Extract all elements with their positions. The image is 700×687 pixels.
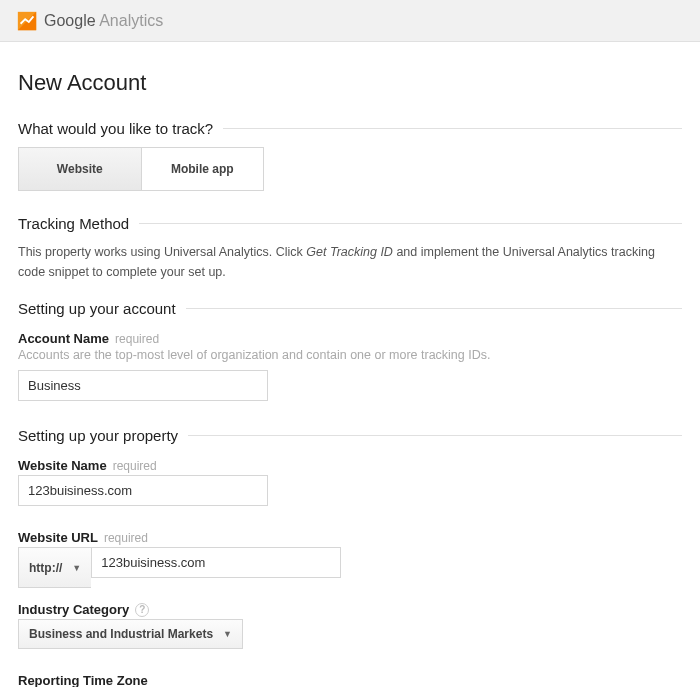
- chevron-down-icon: ▼: [223, 629, 232, 639]
- desc-em: Get Tracking ID: [306, 245, 393, 259]
- chevron-down-icon: ▼: [72, 563, 81, 573]
- section-setup-property: Setting up your property: [18, 427, 682, 444]
- analytics-logo-icon: [16, 10, 38, 32]
- brand-text: Google Analytics: [44, 12, 163, 30]
- divider: [188, 435, 682, 436]
- account-name-input[interactable]: [18, 370, 268, 401]
- label-text: Website URL: [18, 530, 98, 545]
- content: New Account What would you like to track…: [0, 42, 700, 687]
- divider: [223, 128, 682, 129]
- app-header: Google Analytics: [0, 0, 700, 42]
- track-type-tabs: Website Mobile app: [18, 147, 264, 191]
- section-tracking-method: Tracking Method: [18, 215, 682, 232]
- page-title: New Account: [18, 70, 682, 96]
- section-label: Setting up your property: [18, 427, 188, 444]
- website-name-label: Website Name required: [18, 458, 682, 473]
- timezone-label: Reporting Time Zone: [18, 673, 682, 687]
- website-url-row: http:// ▼: [18, 547, 682, 588]
- section-label: What would you like to track?: [18, 120, 223, 137]
- divider: [186, 308, 682, 309]
- tracking-description: This property works using Universal Anal…: [18, 242, 682, 282]
- industry-value: Business and Industrial Markets: [29, 627, 213, 641]
- website-name-input[interactable]: [18, 475, 268, 506]
- section-track-question: What would you like to track?: [18, 120, 682, 137]
- brand-analytics: Analytics: [96, 12, 164, 29]
- tab-mobile-app[interactable]: Mobile app: [142, 148, 264, 190]
- label-text: Reporting Time Zone: [18, 673, 148, 687]
- label-text: Account Name: [18, 331, 109, 346]
- tab-website[interactable]: Website: [19, 148, 142, 190]
- account-hint: Accounts are the top-most level of organ…: [18, 348, 682, 362]
- label-text: Website Name: [18, 458, 107, 473]
- brand-google: Google: [44, 12, 96, 29]
- protocol-value: http://: [29, 561, 62, 575]
- label-text: Industry Category: [18, 602, 129, 617]
- section-label: Tracking Method: [18, 215, 139, 232]
- divider: [139, 223, 682, 224]
- required-tag: required: [113, 459, 157, 473]
- website-url-label: Website URL required: [18, 530, 682, 545]
- section-setup-account: Setting up your account: [18, 300, 682, 317]
- required-tag: required: [104, 531, 148, 545]
- help-icon[interactable]: ?: [135, 603, 149, 617]
- website-url-input[interactable]: [91, 547, 341, 578]
- desc-pre: This property works using Universal Anal…: [18, 245, 306, 259]
- protocol-select[interactable]: http:// ▼: [18, 547, 91, 588]
- industry-select[interactable]: Business and Industrial Markets ▼: [18, 619, 243, 649]
- required-tag: required: [115, 332, 159, 346]
- section-label: Setting up your account: [18, 300, 186, 317]
- industry-label: Industry Category ?: [18, 602, 682, 617]
- account-name-label: Account Name required: [18, 331, 682, 346]
